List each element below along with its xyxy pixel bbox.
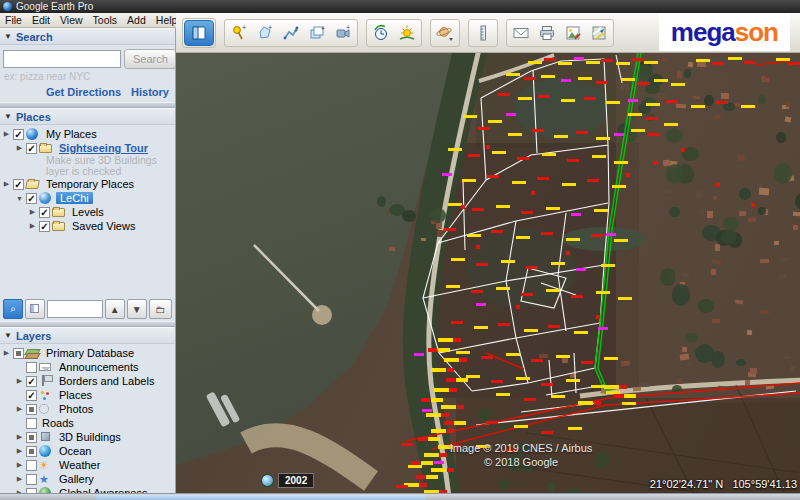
menu-view[interactable]: View — [55, 14, 88, 26]
placemark-label[interactable] — [451, 321, 464, 324]
layers-item-roads[interactable]: Roads — [2, 416, 175, 430]
placemark-label[interactable] — [526, 266, 539, 269]
checkbox[interactable]: ✓ — [26, 193, 37, 204]
placemark-label[interactable] — [448, 148, 463, 151]
placemark-label[interactable] — [614, 161, 629, 164]
placemark-label[interactable] — [551, 395, 566, 398]
menu-file[interactable]: File — [0, 14, 27, 26]
layers-item-3d-buildings[interactable]: ▶3D Buildings — [2, 430, 175, 444]
polygon-tool-button[interactable]: + — [252, 21, 278, 45]
survey-parcel-line[interactable] — [533, 70, 537, 153]
placemark-label[interactable] — [646, 103, 661, 106]
collapsed-arrow-icon[interactable]: ▶ — [15, 144, 24, 152]
collapsed-arrow-icon[interactable]: ▶ — [2, 349, 11, 357]
placemark-label[interactable] — [542, 153, 557, 156]
placemark-label[interactable] — [476, 245, 481, 249]
placemark-label[interactable] — [578, 401, 602, 405]
placemark-label[interactable] — [551, 262, 566, 265]
placemark-label[interactable] — [654, 79, 669, 82]
clock-tool-button[interactable] — [368, 21, 394, 45]
layers-item-global-awareness[interactable]: ▶Global Awareness — [2, 486, 175, 493]
placemark-label[interactable] — [568, 427, 583, 430]
layers-item-gallery[interactable]: ▶★Gallery — [2, 472, 175, 486]
collapsed-arrow-icon[interactable]: ▶ — [2, 180, 11, 188]
placemark-label[interactable] — [446, 378, 469, 382]
placemark-label[interactable] — [556, 355, 571, 358]
collapsed-arrow-icon[interactable]: ▶ — [15, 461, 24, 469]
survey-parcel-line[interactable] — [463, 180, 465, 250]
placemark-label[interactable] — [538, 95, 551, 98]
placemark-label[interactable] — [431, 368, 455, 372]
placemark-label[interactable] — [716, 101, 729, 104]
placemark-label[interactable] — [544, 58, 557, 61]
layers-item-primary-database[interactable]: ▶Primary Database — [2, 346, 175, 360]
next-item-button[interactable]: ▼ — [127, 299, 147, 319]
checkbox[interactable] — [26, 432, 37, 443]
menu-add[interactable]: Add — [122, 14, 151, 26]
placemark-label[interactable] — [576, 131, 589, 134]
placemark-label[interactable] — [776, 58, 791, 61]
previous-item-button[interactable]: ▲ — [105, 299, 125, 319]
placemark-label[interactable] — [514, 425, 529, 428]
checkbox[interactable] — [13, 348, 24, 359]
placemark-label[interactable] — [476, 263, 489, 266]
placemark-label[interactable] — [524, 77, 537, 80]
scrollbar-thumb[interactable] — [96, 495, 426, 500]
placemark-label[interactable] — [442, 173, 453, 176]
placemark-label[interactable] — [512, 181, 527, 184]
placemark-label[interactable] — [461, 205, 466, 209]
placemark-label[interactable] — [416, 475, 439, 479]
path-tool-button[interactable]: + — [278, 21, 304, 45]
placemark-label[interactable] — [561, 79, 572, 82]
placemark-label[interactable] — [537, 177, 550, 180]
placemark-label[interactable] — [614, 394, 637, 398]
placemark-label[interactable] — [444, 358, 468, 362]
placemark-label[interactable] — [567, 159, 580, 162]
placemark-label[interactable] — [434, 461, 445, 464]
places-item-lechi[interactable]: ▼✓LeChi — [2, 191, 175, 205]
placemark-label[interactable] — [462, 179, 477, 182]
collapsed-arrow-icon[interactable]: ▶ — [15, 447, 24, 455]
places-panel-header[interactable]: ▼ Places — [0, 108, 175, 125]
placemark-label[interactable] — [521, 211, 534, 214]
placemark-label[interactable] — [622, 402, 637, 405]
placemark-label[interactable] — [621, 78, 636, 81]
placemark-label[interactable] — [517, 157, 530, 160]
placemark-label[interactable] — [592, 155, 607, 158]
placemark-label[interactable] — [631, 129, 646, 132]
placemark-label[interactable] — [741, 105, 756, 108]
placemark-label[interactable] — [712, 62, 725, 65]
placemark-label[interactable] — [664, 123, 679, 126]
placemark-label[interactable] — [444, 228, 457, 231]
planet-tool-button[interactable] — [432, 21, 458, 45]
search-places-button[interactable]: ⌕ — [3, 299, 23, 319]
placemark-label[interactable] — [506, 113, 517, 116]
placemark-label[interactable] — [472, 208, 485, 211]
collapsed-arrow-icon[interactable]: ▶ — [2, 130, 11, 138]
placemark-label[interactable] — [481, 356, 494, 359]
gps-track-line[interactable] — [598, 53, 641, 393]
places-item-temporary-places[interactable]: ▶✓Temporary Places — [2, 177, 175, 191]
placemark-label[interactable] — [541, 232, 554, 235]
placemark-label[interactable] — [431, 429, 455, 433]
checkbox[interactable]: ✓ — [26, 143, 37, 154]
placemark-label[interactable] — [491, 230, 504, 233]
placemark-label[interactable] — [463, 115, 478, 118]
placemark-label[interactable] — [566, 238, 581, 241]
placemark-label[interactable] — [696, 59, 711, 62]
layers-panel-header[interactable]: ▼ Layers — [0, 327, 175, 344]
placemark-label[interactable] — [612, 185, 627, 188]
placemark-label[interactable] — [438, 338, 462, 342]
collapsed-arrow-icon[interactable]: ▶ — [15, 377, 24, 385]
placemark-label[interactable] — [486, 145, 491, 149]
menu-tools[interactable]: Tools — [88, 14, 123, 26]
placemark-label[interactable] — [586, 61, 601, 64]
checkbox[interactable]: ✓ — [13, 179, 24, 190]
placemark-label[interactable] — [581, 361, 594, 364]
placemark-label[interactable] — [691, 105, 706, 108]
placemark-label[interactable] — [561, 99, 576, 102]
placemark-label[interactable] — [508, 133, 523, 136]
placemark-label[interactable] — [531, 359, 544, 362]
placemark-label[interactable] — [616, 62, 631, 65]
placemark-label[interactable] — [546, 207, 561, 210]
